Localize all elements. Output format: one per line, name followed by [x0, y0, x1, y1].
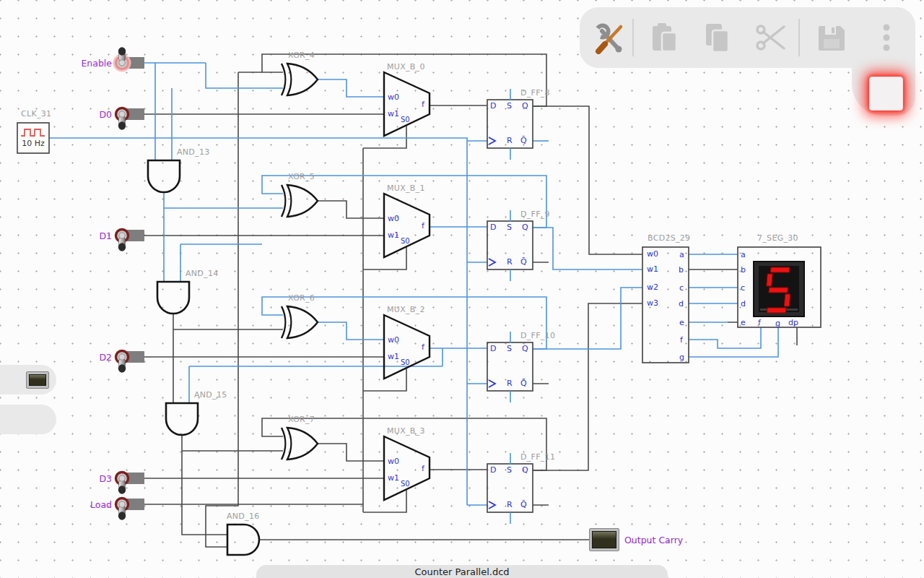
circuit-layer [0, 0, 924, 578]
and14-label: AND_14 [186, 269, 219, 278]
clock-pin-icon [489, 137, 495, 144]
bcd-pin-g: g [679, 353, 684, 362]
mux-pin-f: f [422, 100, 424, 109]
ff-pin-s: S [507, 465, 512, 475]
seg-pin-c: c [741, 283, 745, 293]
ff-pin-r: R [507, 379, 513, 388]
stage-0[interactable] [282, 64, 533, 160]
mux-pin-f: f [422, 464, 424, 473]
toggle-switch-load[interactable] [116, 499, 145, 520]
mux-pin-w1: w1 [388, 109, 399, 118]
load-label: Load [69, 499, 112, 510]
clock-pin-icon [489, 380, 495, 387]
ff-pin-q: Q [522, 344, 528, 353]
ff-pin-d: D [490, 101, 496, 111]
ff-pin-s: S [507, 344, 512, 353]
ff-pin-s: S [507, 101, 512, 111]
clock-pin-icon [489, 501, 495, 509]
d1-label: D1 [69, 230, 112, 241]
tools-icon[interactable] [592, 21, 625, 54]
ff-pin-q: Q [522, 465, 528, 475]
mux-pin-w0: w0 [388, 457, 399, 466]
toggle-switch-d0[interactable] [116, 108, 145, 130]
clock-frequency: 10 Hz [17, 139, 49, 148]
and13-label: AND_13 [177, 147, 210, 157]
toggle-switch-d1[interactable] [116, 230, 145, 251]
enable-label: Enable [69, 58, 112, 69]
and16-label: AND_16 [227, 512, 260, 521]
save-icon[interactable] [815, 21, 848, 54]
output-carry-label: Output Carry [624, 535, 683, 545]
seg-pin-dp: dp [788, 318, 798, 327]
and-gate-14[interactable] [157, 282, 189, 314]
dff11-label: D_FF_11 [520, 452, 555, 462]
ff-pin-s: S [507, 223, 512, 232]
mux2-label: MUX_B_2 [387, 305, 425, 314]
ff-pin-qbar: Q̄ [520, 136, 527, 145]
mux-pin-f: f [422, 221, 424, 230]
ff-pin-d: D [490, 465, 496, 475]
ff-pin-r: R [507, 500, 513, 509]
mux-pin-w1: w1 [388, 230, 399, 240]
mux-pin-s0: S0 [401, 116, 410, 124]
seg-pin-g: g [775, 319, 780, 328]
ff-pin-qbar: Q̄ [520, 257, 527, 267]
and-gate-16[interactable] [227, 525, 259, 555]
dff9-label: D_FF_9 [520, 210, 550, 219]
paste-icon[interactable] [649, 21, 682, 54]
toolbar [580, 7, 915, 68]
d3-label: D3 [69, 473, 112, 484]
stage-2[interactable] [282, 306, 533, 402]
bcd-pin-f: f [680, 335, 683, 345]
and-gate-15[interactable] [166, 403, 198, 435]
output-carry-led[interactable] [589, 528, 619, 551]
xor-gate [287, 306, 318, 338]
dff8-label: D_FF_8 [520, 88, 550, 98]
toolbar-divider [798, 19, 800, 56]
more-icon[interactable] [870, 21, 903, 54]
copy-icon[interactable] [702, 21, 735, 54]
and-gate-13[interactable] [148, 160, 180, 192]
clock-label: CLK_31 [21, 109, 51, 118]
stage-3[interactable] [282, 428, 533, 524]
bcd-pin-w2: w2 [647, 282, 658, 292]
palette-led-icon[interactable] [26, 371, 49, 389]
mux-pin-s0: S0 [401, 358, 410, 366]
seven-seg-display [754, 262, 804, 316]
xor4-label: XOR_4 [288, 51, 315, 60]
ff-pin-d: D [490, 344, 496, 353]
mux0-label: MUX_B_0 [387, 62, 425, 72]
stop-simulation-button[interactable] [869, 77, 903, 111]
bcd-pin-a: a [679, 250, 684, 259]
toggle-switch-enable[interactable] [115, 47, 145, 70]
clock-component[interactable] [17, 123, 49, 153]
seg-pin-f: f [758, 318, 761, 327]
and15-label: AND_15 [194, 390, 227, 400]
toolbar-divider [632, 19, 634, 56]
ff-pin-qbar: Q̄ [520, 379, 527, 388]
seg-label: 7_SEG_30 [757, 233, 798, 243]
wires-high [49, 63, 778, 505]
d0-label: D0 [69, 109, 112, 120]
bcd-pin-b: b [679, 265, 684, 275]
seg-pin-a: a [741, 250, 746, 259]
circuit-canvas[interactable]: CLK_31 10 Hz AND_13 AND_14 AND_15 AND_16… [0, 0, 924, 578]
bcd-pin-e: e [679, 318, 684, 327]
bcd-pin-c: c [679, 283, 684, 293]
bcd-pin-d: d [679, 299, 684, 309]
ff-pin-r: R [507, 257, 513, 267]
mux-pin-f: f [422, 342, 424, 352]
xor-gate [287, 185, 318, 217]
file-name-bar[interactable]: Counter Parallel.dcd [256, 565, 668, 578]
cut-icon[interactable] [754, 21, 788, 54]
palette-switch-item[interactable] [0, 405, 56, 434]
toggle-switch-d2[interactable] [116, 351, 145, 373]
mux-pin-s0: S0 [401, 237, 410, 245]
bcd-pin-w1: w1 [647, 264, 658, 274]
d2-label: D2 [69, 352, 112, 363]
stage-1[interactable] [282, 185, 533, 281]
file-name: Counter Parallel.dcd [414, 566, 509, 577]
toggle-switch-d3[interactable] [116, 473, 145, 494]
mux-pin-w0: w0 [388, 92, 399, 102]
seg-pin-d: d [741, 299, 746, 309]
